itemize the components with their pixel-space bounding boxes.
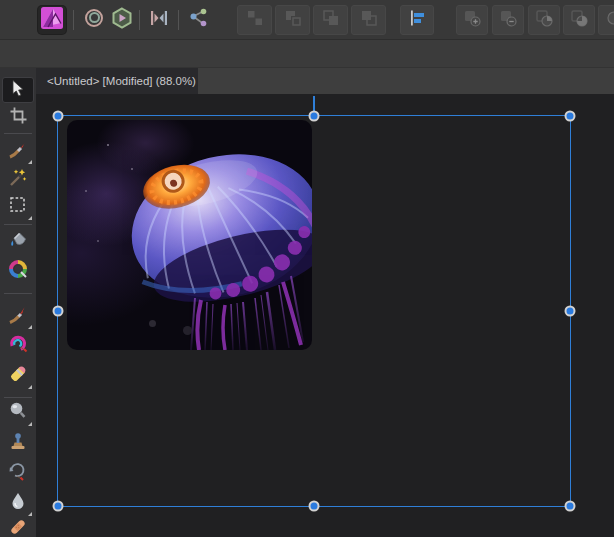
two-squares-diagonal-icon <box>245 8 265 32</box>
undo-brush-tool[interactable] <box>7 462 29 484</box>
document-tab[interactable]: <Untitled> [Modified] (88.0%) <box>36 68 198 94</box>
flood-fill-tool[interactable] <box>7 231 29 253</box>
concentric-rings-icon <box>83 7 105 33</box>
brush-arc-arrow-icon <box>8 461 28 485</box>
handle-middle-right[interactable] <box>565 306 576 317</box>
insertion-target-button[interactable] <box>400 5 434 35</box>
dashed-rectangle-icon <box>9 196 27 218</box>
liquify-persona-button[interactable] <box>80 6 108 34</box>
crop-tool[interactable] <box>7 106 29 128</box>
paint-bucket-icon <box>8 230 28 254</box>
sphere-handle-icon <box>8 401 28 425</box>
brush-red-tip-icon <box>8 139 28 163</box>
water-drop-icon <box>8 491 28 515</box>
toolbar-separator <box>73 10 74 30</box>
cursor-arrow-icon <box>9 79 27 101</box>
flyout-indicator <box>28 216 32 220</box>
handle-top-center[interactable] <box>309 111 320 122</box>
gradient-tool[interactable] <box>7 260 29 282</box>
colour-replacement-brush-tool[interactable] <box>7 334 29 356</box>
main-toolbar <box>0 0 614 40</box>
affinity-photo-logo-icon <box>40 6 64 34</box>
square-plus-icon <box>462 8 482 32</box>
eraser-tool[interactable] <box>7 365 29 387</box>
handle-bottom-right[interactable] <box>565 501 576 512</box>
squares-overlap-back-icon <box>359 8 379 32</box>
sidebar-divider <box>4 133 32 134</box>
layer-op-clipped-button[interactable] <box>598 5 614 35</box>
export-persona-button[interactable] <box>185 6 213 34</box>
arrange-button-1[interactable] <box>237 5 272 35</box>
toolbar-separator <box>178 10 179 30</box>
inward-arrows-icon <box>148 7 170 33</box>
square-minus-icon <box>498 8 518 32</box>
crop-frame-icon <box>9 106 28 129</box>
layer-op-pie-quarter-button[interactable] <box>528 5 560 35</box>
clone-brush-tool[interactable] <box>7 432 29 454</box>
layer-op-pie-three-quarter-button[interactable] <box>563 5 595 35</box>
square-notch-icon <box>283 8 303 32</box>
square-pie-quarter-icon <box>534 8 554 32</box>
dodge-brush-tool[interactable] <box>7 402 29 424</box>
square-pie-three-quarter-icon <box>569 8 589 32</box>
handle-top-right[interactable] <box>565 111 576 122</box>
paint-brush-icon <box>8 304 28 328</box>
eraser-icon <box>8 364 28 388</box>
bandage-icon <box>8 520 28 537</box>
flyout-indicator <box>28 422 32 426</box>
selection-brush-tool[interactable] <box>7 140 29 162</box>
flyout-indicator <box>28 512 32 516</box>
flood-select-tool[interactable] <box>7 168 29 190</box>
tools-sidebar <box>0 68 36 537</box>
squares-overlap-front-icon <box>321 8 341 32</box>
handle-top-left[interactable] <box>53 111 64 122</box>
sidebar-divider <box>4 397 32 398</box>
magic-wand-icon <box>8 167 28 191</box>
photo-persona-button[interactable] <box>38 6 66 34</box>
flyout-indicator <box>28 385 32 389</box>
paint-brush-tool[interactable] <box>7 305 29 327</box>
sidebar-divider <box>4 293 32 294</box>
blue-bars-icon <box>407 8 427 32</box>
arrange-button-2[interactable] <box>275 5 310 35</box>
marquee-tool[interactable] <box>7 196 29 218</box>
context-toolbar: Pixel 96dpi <box>0 40 614 68</box>
tone-mapping-persona-button[interactable] <box>145 6 173 34</box>
sidebar-divider <box>4 224 32 225</box>
swirl-brush-icon <box>8 333 28 357</box>
healing-brush-tool[interactable] <box>7 520 29 537</box>
layer-op-plus-button[interactable] <box>456 5 488 35</box>
document-tab-bar: <Untitled> [Modified] (88.0%) <box>36 68 614 94</box>
flyout-indicator <box>28 160 32 164</box>
handle-bottom-center[interactable] <box>309 501 320 512</box>
handle-middle-left[interactable] <box>53 306 64 317</box>
selection-bounds[interactable] <box>57 115 571 507</box>
layer-op-minus-button[interactable] <box>492 5 524 35</box>
blur-tool[interactable] <box>7 492 29 514</box>
color-wheel-icon <box>8 259 28 283</box>
clone-stamp-icon <box>8 431 28 455</box>
move-tool[interactable] <box>7 79 29 101</box>
flyout-indicator <box>28 325 32 329</box>
toolbar-separator <box>139 10 140 30</box>
share-nodes-icon <box>188 7 210 33</box>
pie-icon <box>604 8 614 32</box>
hexagon-play-icon <box>111 7 133 33</box>
develop-persona-button[interactable] <box>108 6 136 34</box>
arrange-button-3[interactable] <box>313 5 348 35</box>
handle-bottom-left[interactable] <box>53 501 64 512</box>
canvas-viewport[interactable] <box>36 94 614 537</box>
arrange-button-4[interactable] <box>351 5 386 35</box>
